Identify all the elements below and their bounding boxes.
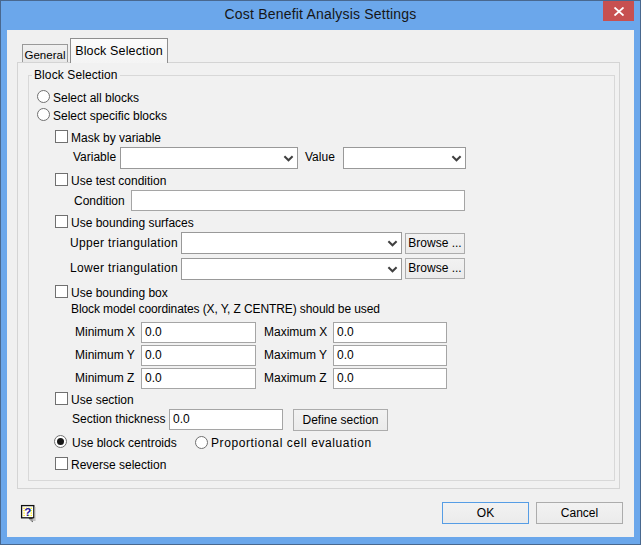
svg-text:?: ? bbox=[24, 506, 31, 518]
